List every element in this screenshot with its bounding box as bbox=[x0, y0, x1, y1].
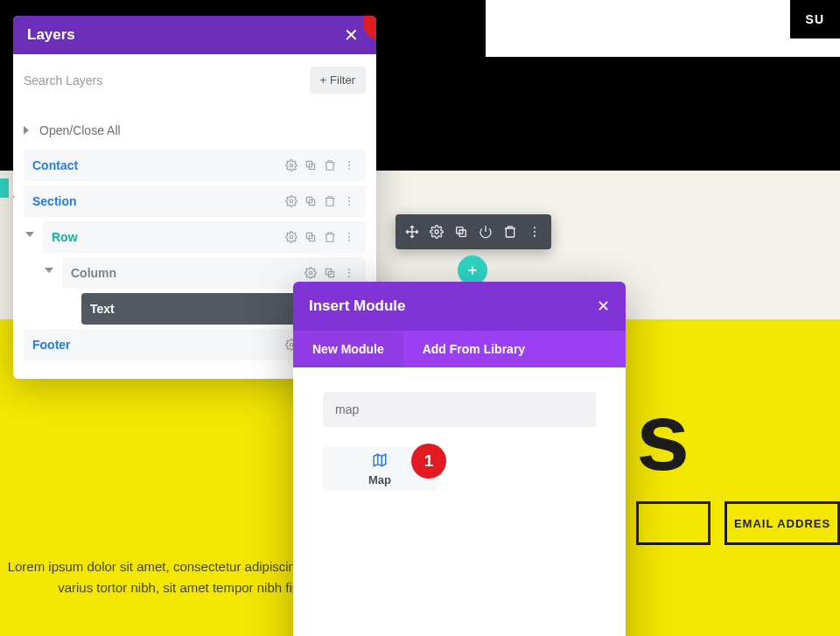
chevron-down-icon bbox=[45, 268, 53, 273]
svg-point-16 bbox=[348, 236, 350, 238]
svg-point-12 bbox=[290, 235, 293, 239]
more-icon[interactable] bbox=[341, 265, 357, 281]
trash-icon[interactable] bbox=[322, 193, 338, 209]
gear-icon[interactable] bbox=[425, 220, 448, 243]
svg-point-6 bbox=[290, 199, 293, 203]
module-search-input[interactable] bbox=[323, 392, 596, 427]
more-icon[interactable] bbox=[341, 229, 357, 245]
layer-actions bbox=[284, 193, 357, 209]
layers-search-input[interactable]: Search Layers bbox=[24, 73, 301, 87]
svg-point-38 bbox=[534, 235, 536, 237]
layers-close-icon[interactable]: ✕ bbox=[340, 21, 362, 49]
module-toolbar bbox=[396, 214, 551, 249]
open-close-all[interactable]: Open/Close All bbox=[24, 115, 366, 150]
svg-point-0 bbox=[290, 164, 293, 167]
duplicate-icon[interactable] bbox=[322, 265, 338, 281]
more-icon[interactable] bbox=[341, 193, 357, 209]
svg-point-17 bbox=[348, 240, 350, 241]
duplicate-icon[interactable] bbox=[303, 193, 318, 209]
module-name: Map bbox=[368, 473, 391, 486]
layer-row-row[interactable]: Row bbox=[43, 221, 366, 253]
layer-label: Text bbox=[90, 302, 322, 316]
trash-icon[interactable] bbox=[499, 220, 522, 243]
modal-body: Map bbox=[293, 367, 626, 636]
layer-label: Column bbox=[71, 266, 303, 280]
modal-close-icon[interactable]: ✕ bbox=[597, 297, 610, 316]
layer-label: Contact bbox=[32, 158, 284, 172]
svg-point-15 bbox=[348, 233, 350, 234]
svg-point-11 bbox=[348, 204, 350, 206]
duplicate-icon[interactable] bbox=[450, 220, 472, 243]
more-icon[interactable] bbox=[341, 157, 357, 173]
chevron-right-icon bbox=[24, 126, 29, 135]
open-close-label: Open/Close All bbox=[39, 123, 121, 137]
chevron-down-icon bbox=[25, 232, 34, 237]
layers-title: Layers bbox=[27, 26, 340, 44]
modal-header: Insert Module ✕ bbox=[293, 282, 626, 331]
gear-icon[interactable] bbox=[284, 157, 299, 173]
svg-point-23 bbox=[348, 276, 350, 277]
gear-icon[interactable] bbox=[303, 265, 318, 281]
modal-tabs: New Module Add From Library bbox=[293, 331, 626, 367]
plus-icon: + bbox=[320, 73, 327, 87]
tab-new-module[interactable]: New Module bbox=[293, 331, 403, 367]
svg-point-18 bbox=[309, 271, 312, 275]
svg-point-4 bbox=[348, 164, 350, 166]
trash-icon[interactable] bbox=[322, 229, 338, 245]
layer-actions bbox=[284, 229, 357, 245]
layer-label: Section bbox=[32, 194, 284, 208]
insert-module-modal: Insert Module ✕ New Module Add From Libr… bbox=[293, 282, 626, 636]
svg-point-9 bbox=[348, 197, 350, 199]
svg-point-22 bbox=[348, 272, 350, 274]
power-icon[interactable] bbox=[474, 220, 497, 243]
layer-row-section[interactable]: Section bbox=[24, 185, 366, 217]
layers-search-row: Search Layers + Filter bbox=[13, 54, 376, 106]
tab-add-from-library[interactable]: Add From Library bbox=[403, 331, 544, 367]
bg-white-card bbox=[486, 0, 840, 57]
duplicate-icon[interactable] bbox=[303, 157, 318, 173]
add-module-fab[interactable] bbox=[458, 255, 487, 285]
filter-label: Filter bbox=[330, 73, 355, 87]
svg-point-21 bbox=[348, 269, 350, 270]
modal-title: Insert Module bbox=[309, 297, 597, 315]
headline-text: s bbox=[636, 381, 685, 492]
layer-actions bbox=[303, 265, 357, 281]
layer-row-contact[interactable]: Contact bbox=[24, 150, 366, 181]
more-icon[interactable] bbox=[523, 220, 546, 243]
svg-point-33 bbox=[435, 230, 438, 234]
layers-header: Layers ✕ bbox=[13, 16, 376, 54]
svg-point-37 bbox=[534, 231, 536, 233]
layer-label: Row bbox=[52, 230, 284, 244]
gear-icon[interactable] bbox=[284, 193, 299, 209]
subscribe-button[interactable]: SU bbox=[790, 0, 840, 38]
email-input[interactable]: EMAIL ADDRES bbox=[724, 501, 840, 545]
email-label-box[interactable] bbox=[636, 501, 710, 545]
svg-point-5 bbox=[348, 168, 350, 170]
duplicate-icon[interactable] bbox=[303, 229, 318, 245]
chevron-down-icon bbox=[13, 196, 15, 201]
gear-icon[interactable] bbox=[284, 229, 299, 245]
svg-point-10 bbox=[348, 200, 350, 202]
layer-label: Footer bbox=[32, 338, 284, 352]
trash-icon[interactable] bbox=[322, 157, 338, 173]
layers-filter-button[interactable]: + Filter bbox=[310, 66, 366, 94]
svg-point-36 bbox=[534, 227, 536, 228]
map-icon bbox=[372, 452, 388, 472]
svg-point-3 bbox=[348, 161, 350, 163]
move-icon[interactable] bbox=[401, 220, 424, 243]
annotation-badge-1: 1 bbox=[411, 444, 446, 479]
layer-actions bbox=[284, 157, 357, 173]
teal-accent bbox=[0, 178, 9, 198]
